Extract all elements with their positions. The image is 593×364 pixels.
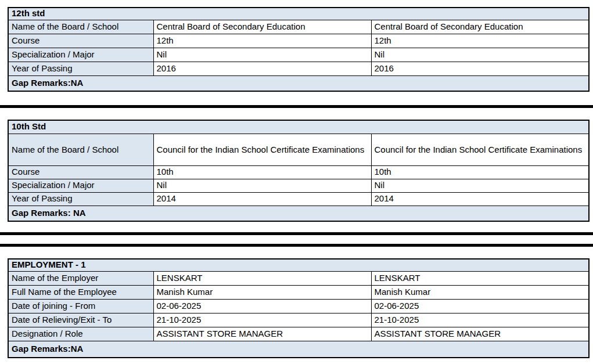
separator-rule <box>0 232 593 235</box>
row-label: Specialization / Major <box>8 179 153 192</box>
row-value-1: 21-10-2025 <box>153 313 371 327</box>
table-row: Specialization / Major Nil Nil <box>8 48 589 62</box>
row-value-1: Manish Kumar <box>153 285 371 299</box>
row-label: Date of joining - From <box>8 299 153 313</box>
table-row: Full Name of the Employee Manish Kumar M… <box>8 285 589 299</box>
table-title: 12th std <box>8 8 589 20</box>
table-row: Date of joining - From 02-06-2025 02-06-… <box>8 299 589 313</box>
table-row: Year of Passing 2014 2014 <box>8 192 589 206</box>
row-label: Name of the Employer <box>8 271 153 285</box>
row-value-2: LENSKART <box>371 271 589 285</box>
table-footer-row: Gap Remarks: NA <box>8 206 589 221</box>
table-row: Name of the Board / School Central Board… <box>8 20 589 34</box>
table-row: Date of Relieving/Exit - To 21-10-2025 2… <box>8 313 589 327</box>
table-row: Year of Passing 2016 2016 <box>8 62 589 75</box>
table-header-row: 12th std <box>8 8 589 20</box>
employment-1-table: EMPLOYMENT - 1 Name of the Employer LENS… <box>8 258 590 358</box>
row-value-1: Central Board of Secondary Education <box>153 20 371 34</box>
row-value-1: 02-06-2025 <box>153 299 371 313</box>
row-value-2: 10th <box>371 165 589 179</box>
row-value-2: 02-06-2025 <box>371 299 589 313</box>
table-row: Name of the Employer LENSKART LENSKART <box>8 271 589 285</box>
row-value-2: 12th <box>371 34 589 48</box>
row-value-1: 12th <box>153 34 371 48</box>
table-header-row: 10th Std <box>8 120 589 134</box>
row-value-1: 10th <box>153 165 371 179</box>
row-label: Full Name of the Employee <box>8 285 153 299</box>
row-label: Name of the Board / School <box>8 134 153 165</box>
row-value-2: 2014 <box>371 192 589 206</box>
table-row: Designation / Role ASSISTANT STORE MANAG… <box>8 327 589 341</box>
gap-remarks: Gap Remarks:NA <box>8 341 589 358</box>
row-label: Designation / Role <box>8 327 153 341</box>
row-value-2: Central Board of Secondary Education <box>371 20 589 34</box>
row-label: Specialization / Major <box>8 48 153 62</box>
table-footer-row: Gap Remarks:NA <box>8 75 589 91</box>
row-label: Course <box>8 34 153 48</box>
row-value-2: Council for the Indian School Certificat… <box>371 134 589 165</box>
row-label: Year of Passing <box>8 62 153 75</box>
education-10th-table: 10th Std Name of the Board / School Coun… <box>8 120 590 222</box>
row-value-2: 21-10-2025 <box>371 313 589 327</box>
row-value-2: Nil <box>371 48 589 62</box>
separator-rule <box>0 244 593 247</box>
row-value-1: Nil <box>153 48 371 62</box>
row-value-1: Nil <box>153 179 371 192</box>
row-value-2: 2016 <box>371 62 589 75</box>
education-12th-table: 12th std Name of the Board / School Cent… <box>8 7 590 92</box>
row-label: Date of Relieving/Exit - To <box>8 313 153 327</box>
table-header-row: EMPLOYMENT - 1 <box>8 259 589 271</box>
row-value-1: 2014 <box>153 192 371 206</box>
table-row: Name of the Board / School Council for t… <box>8 134 589 165</box>
row-value-1: LENSKART <box>153 271 371 285</box>
separator-rule <box>0 105 593 108</box>
row-label: Name of the Board / School <box>8 20 153 34</box>
table-title: 10th Std <box>8 120 589 134</box>
row-value-2: ASSISTANT STORE MANAGER <box>371 327 589 341</box>
row-label: Course <box>8 165 153 179</box>
table-row: Course 10th 10th <box>8 165 589 179</box>
table-row: Course 12th 12th <box>8 34 589 48</box>
row-value-1: 2016 <box>153 62 371 75</box>
row-value-2: Nil <box>371 179 589 192</box>
table-footer-row: Gap Remarks:NA <box>8 341 589 358</box>
row-value-2: Manish Kumar <box>371 285 589 299</box>
gap-remarks: Gap Remarks: NA <box>8 206 589 221</box>
table-title: EMPLOYMENT - 1 <box>8 259 589 271</box>
row-value-1: Council for the Indian School Certificat… <box>153 134 371 165</box>
gap-remarks: Gap Remarks:NA <box>8 75 589 91</box>
table-row: Specialization / Major Nil Nil <box>8 179 589 192</box>
row-label: Year of Passing <box>8 192 153 206</box>
row-value-1: ASSISTANT STORE MANAGER <box>153 327 371 341</box>
